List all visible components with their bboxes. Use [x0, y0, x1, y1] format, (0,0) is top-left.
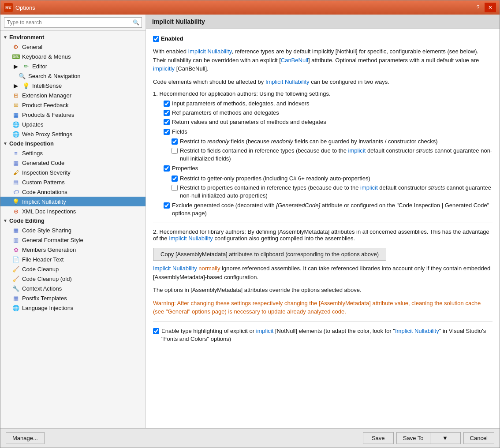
sidebar-tree: ▼ Environment ⚙ General ⌨ Keyboard & Men…	[0, 31, 146, 428]
app-icon: R#	[4, 3, 13, 12]
save-button[interactable]: Save	[363, 432, 394, 444]
sidebar-item-postfix-templates[interactable]: ▦ Postfix Templates	[0, 293, 146, 303]
sidebar-item-language-injections[interactable]: 🌐 Language Injections	[0, 303, 146, 313]
members-icon: ✿	[12, 246, 20, 254]
properties-label: Properties	[172, 164, 198, 172]
input-params-checkbox[interactable]	[164, 101, 170, 107]
enabled-checkbox[interactable]	[153, 36, 159, 42]
enable-highlighting-checkbox[interactable]	[153, 328, 159, 334]
sidebar-item-label: Custom Patterns	[22, 179, 65, 186]
restrict-readonly-checkbox[interactable]	[172, 138, 178, 145]
sidebar-item-extension-manager[interactable]: ⊞ Extension Manager	[0, 90, 146, 100]
options-group2: Properties	[164, 164, 493, 172]
save-to-button[interactable]: Save To	[396, 432, 430, 444]
editor-icon: ✏	[22, 62, 30, 70]
sidebar-item-label: Context Actions	[22, 285, 62, 292]
sidebar-item-web-proxy[interactable]: 🌐 Web Proxy Settings	[0, 129, 146, 139]
sidebar-item-updates[interactable]: 🌐 Updates	[0, 119, 146, 129]
severity-icon: 🖌	[12, 168, 20, 176]
cancel-button[interactable]: Cancel	[463, 432, 494, 444]
sidebar-item-code-cleanup[interactable]: 🧹 Code Cleanup	[0, 264, 146, 274]
sidebar-item-generated-code[interactable]: ▦ Generated Code	[0, 158, 146, 168]
separator1	[153, 223, 493, 223]
style-icon: ▦	[12, 226, 20, 234]
option-ref-params: Ref parameters of methods and delegates	[164, 109, 493, 117]
ref-params-checkbox[interactable]	[164, 110, 170, 116]
sidebar-section-environment[interactable]: ▼ Environment	[0, 33, 146, 42]
sidebar-item-file-header[interactable]: 📄 File Header Text	[0, 254, 146, 264]
sidebar-item-editor[interactable]: ▶ ✏ Editor	[0, 61, 146, 71]
can-be-null-link: CanBeNull	[281, 57, 308, 63]
formatter-icon: ▥	[12, 236, 20, 244]
restrict-getter-checkbox[interactable]	[172, 175, 178, 182]
enabled-label[interactable]: Enabled	[161, 35, 183, 42]
search-box: 🔍	[0, 15, 146, 31]
sidebar-item-label: General Formatter Style	[22, 237, 83, 243]
sidebar-section-code-editing[interactable]: ▼ Code Editing	[0, 216, 146, 225]
main-panel: Implicit Nullability Enabled With enable…	[146, 15, 500, 428]
manage-button[interactable]: Manage...	[6, 432, 45, 444]
sidebar-item-general[interactable]: ⚙ General	[0, 42, 146, 52]
close-button[interactable]: ✕	[485, 3, 496, 12]
return-values-checkbox[interactable]	[164, 119, 170, 125]
sidebar-item-label: Search & Navigation	[28, 73, 81, 79]
enable-highlighting-row: Enable type highlighting of explicit or …	[153, 327, 493, 343]
sidebar-item-label: Code Annotations	[22, 189, 67, 195]
option-restrict-reference-fields: Restrict to fields contained in referenc…	[172, 147, 493, 163]
sidebar-item-intellisense[interactable]: ▶ 💡 IntelliSense	[0, 81, 146, 90]
search-input[interactable]	[4, 17, 142, 28]
sidebar-item-inspection-severity[interactable]: 🖌 Inspection Severity	[0, 168, 146, 177]
restrict-reference-fields-label: Restrict to fields contained in referenc…	[180, 147, 493, 163]
titlebar-left: R# Options	[4, 3, 35, 12]
options-group3: Exclude generated code (decorated with […	[164, 202, 493, 217]
help-button[interactable]: ?	[472, 3, 484, 12]
save-to-split: Save To ▼	[396, 432, 461, 444]
option-fields: Fields	[164, 128, 493, 136]
nullability-icon: 💡	[12, 198, 20, 205]
sidebar-item-general-formatter[interactable]: ▥ General Formatter Style	[0, 235, 146, 245]
save-to-dropdown-button[interactable]: ▼	[430, 432, 461, 444]
options-window: R# Options ? ✕ 🔍 ▼ Environ	[0, 0, 500, 448]
collapse-icon: ▼	[3, 141, 7, 146]
sidebar-item-keyboard[interactable]: ⌨ Keyboard & Menus	[0, 52, 146, 61]
lang-icon: 🌐	[12, 304, 20, 312]
restrict-reference-props-label: Restrict to properties contained in refe…	[180, 184, 493, 200]
sidebar-item-code-cleanup-old[interactable]: 🧹 Code Cleanup (old)	[0, 274, 146, 284]
restrict-reference-props-checkbox[interactable]	[172, 185, 178, 191]
sidebar-item-label: Inspection Severity	[22, 169, 71, 176]
window-title: Options	[15, 4, 35, 11]
implicit-nullability-link4: Implicit Nullability	[153, 265, 197, 272]
sidebar-item-label: Code Cleanup	[22, 266, 59, 273]
exclude-generated-checkbox[interactable]	[164, 202, 170, 209]
sidebar-item-xml-doc[interactable]: ⊛ XML Doc Inspections	[0, 206, 146, 216]
sidebar-item-label: IntelliSense	[32, 82, 62, 89]
fields-checkbox[interactable]	[164, 129, 170, 135]
restrict-reference-fields-checkbox[interactable]	[172, 148, 178, 154]
sidebar-item-settings[interactable]: ≡ Settings	[0, 148, 146, 158]
implicit-nullability-link3: Implicit Nullability	[169, 235, 213, 242]
sidebar-item-label: Extension Manager	[22, 92, 71, 99]
sidebar-item-implicit-nullability[interactable]: 💡 Implicit Nullability	[0, 197, 146, 206]
sidebar-item-context-actions[interactable]: 🔧 Context Actions	[0, 284, 146, 293]
sidebar-item-code-annotations[interactable]: 🏷 Code Annotations	[0, 187, 146, 197]
sidebar-item-custom-patterns[interactable]: ▤ Custom Patterns	[0, 177, 146, 187]
search-container: 🔍	[4, 17, 142, 28]
separator2	[153, 321, 493, 322]
sidebar-item-label: Postfix Templates	[22, 295, 67, 302]
option-return-values: Return values and out parameters of meth…	[164, 118, 493, 126]
sidebar-item-search-navigation[interactable]: 🔍 Search & Navigation	[0, 71, 146, 81]
updates-icon: 🌐	[12, 120, 20, 128]
ref-params-label: Ref parameters of methods and delegates	[172, 109, 279, 117]
annotations-icon: 🏷	[12, 188, 20, 196]
patterns-icon: ▤	[12, 178, 20, 186]
sidebar-item-code-style-sharing[interactable]: ▦ Code Style Sharing	[0, 225, 146, 235]
sidebar-item-members-generation[interactable]: ✿ Members Generation	[0, 245, 146, 254]
search-nav-icon: 🔍	[18, 72, 26, 80]
implicitly-link: implicitly	[153, 65, 175, 72]
sidebar-item-product-feedback[interactable]: ✉ Product Feedback	[0, 100, 146, 110]
sidebar-section-code-inspection[interactable]: ▼ Code Inspection	[0, 139, 146, 148]
properties-checkbox[interactable]	[164, 165, 170, 172]
copy-assembly-metadata-button[interactable]: Copy [AssemblyMetadata] attributes to cl…	[153, 248, 386, 261]
bottom-bar: Manage... Save Save To ▼ Cancel	[0, 428, 500, 448]
sidebar-item-products-features[interactable]: ▦ Products & Features	[0, 110, 146, 119]
